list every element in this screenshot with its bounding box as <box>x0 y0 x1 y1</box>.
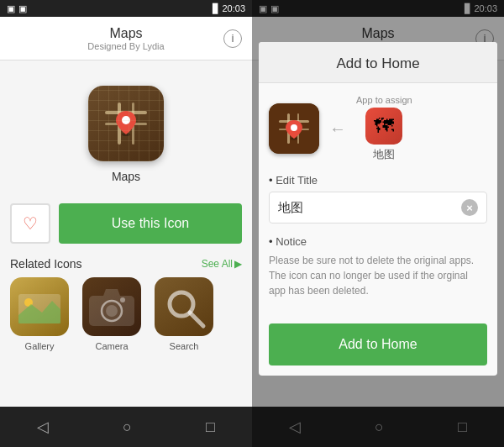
notice-content: Please be sure not to delete the origina… <box>269 255 474 297</box>
info-button[interactable]: i <box>223 29 242 48</box>
home-nav-icon[interactable]: ○ <box>123 418 132 436</box>
app-subtitle: Designed By Lydia <box>87 41 164 51</box>
bottom-nav-left: ◁ ○ □ <box>0 407 252 447</box>
add-home-label: Add to Home <box>339 337 417 352</box>
use-icon-button[interactable]: Use this Icon <box>59 203 242 244</box>
assign-app-box: App to assign 🗺 地图 <box>356 95 412 162</box>
svg-point-11 <box>120 297 125 302</box>
info-icon: i <box>231 32 234 45</box>
favorite-button[interactable]: ♡ <box>10 203 50 244</box>
related-icon-camera[interactable]: Camera <box>82 277 141 351</box>
gallery-label: Gallery <box>25 341 55 351</box>
related-icon-search[interactable]: Search <box>155 277 213 351</box>
svg-point-10 <box>106 305 118 317</box>
gallery-icon-box <box>10 277 69 336</box>
use-icon-label: Use this Icon <box>112 216 189 231</box>
app-title: Maps <box>87 26 164 41</box>
camera-label: Camera <box>95 341 128 351</box>
dialog-body: ← App to assign 🗺 地图 Edit Title 地图 × Not… <box>259 83 497 310</box>
related-icons-list: Gallery Camera Se <box>0 277 252 351</box>
chevron-right-icon: ▶ <box>234 258 242 270</box>
recent-nav-icon[interactable]: □ <box>206 418 215 436</box>
heart-icon: ♡ <box>23 213 38 234</box>
left-panel: ▣ ▣ ▊ 20:03 Maps Designed By Lydia i <box>0 0 252 447</box>
dialog-maps-icon <box>269 103 319 154</box>
app-title-group: Maps Designed By Lydia <box>87 26 164 51</box>
add-to-home-dialog: Add to Home ← <box>259 42 497 376</box>
gallery-icon-graphic <box>10 277 69 336</box>
battery-icon: ▊ <box>213 3 219 14</box>
title-input[interactable]: 地图 <box>278 200 461 216</box>
camera-icon-box <box>82 277 141 336</box>
related-title: Related Icons <box>10 257 82 271</box>
search-icon-graphic <box>155 277 213 336</box>
dialog-map-graphic <box>269 103 319 154</box>
icon-assign-row: ← App to assign 🗺 地图 <box>269 95 487 162</box>
see-all-label: See All <box>202 258 233 270</box>
map-background <box>88 86 164 161</box>
assign-name: 地图 <box>373 147 395 162</box>
arrow-icon: ← <box>329 119 346 139</box>
status-right: ▊ 20:03 <box>213 3 245 14</box>
see-all-button[interactable]: See All ▶ <box>202 258 242 270</box>
edit-title-label: Edit Title <box>269 174 487 187</box>
right-panel: ▣ ▣ ▊ 20:03 Maps Designed By Lydia i Add… <box>252 0 504 447</box>
top-bar-left: Maps Designed By Lydia i <box>0 17 252 60</box>
maps-app-icon <box>88 86 164 161</box>
status-icons-left: ▣ ▣ <box>7 3 27 14</box>
search-label: Search <box>170 341 199 351</box>
google-maps-icon: 🗺 <box>374 114 394 138</box>
time-display: 20:03 <box>222 3 245 13</box>
assign-label: App to assign <box>356 95 412 105</box>
app-icon-label: Maps <box>112 170 140 183</box>
notice-label: Notice <box>269 235 487 248</box>
notice-section: Notice Please be sure not to delete the … <box>269 235 487 298</box>
svg-line-13 <box>190 313 203 326</box>
add-to-home-button[interactable]: Add to Home <box>269 323 487 365</box>
related-section-header: Related Icons See All ▶ <box>0 244 252 277</box>
camera-icon-graphic <box>82 277 141 336</box>
wifi-icon: ▣ <box>18 3 27 14</box>
signal-icon: ▣ <box>7 3 15 14</box>
assign-maps-icon: 🗺 <box>365 108 402 145</box>
clear-input-button[interactable]: × <box>461 199 478 216</box>
related-icon-gallery[interactable]: Gallery <box>10 277 69 351</box>
svg-point-20 <box>291 124 297 131</box>
back-nav-icon[interactable]: ◁ <box>37 418 49 436</box>
main-icon-area: Maps <box>0 60 252 200</box>
search-icon-box <box>155 277 213 336</box>
title-input-row[interactable]: 地图 × <box>269 192 487 224</box>
action-bar: ♡ Use this Icon <box>0 203 252 244</box>
dialog-title: Add to Home <box>259 42 497 83</box>
status-bar-left: ▣ ▣ ▊ 20:03 <box>0 0 252 17</box>
notice-text: Please be sure not to delete the origina… <box>269 253 487 298</box>
